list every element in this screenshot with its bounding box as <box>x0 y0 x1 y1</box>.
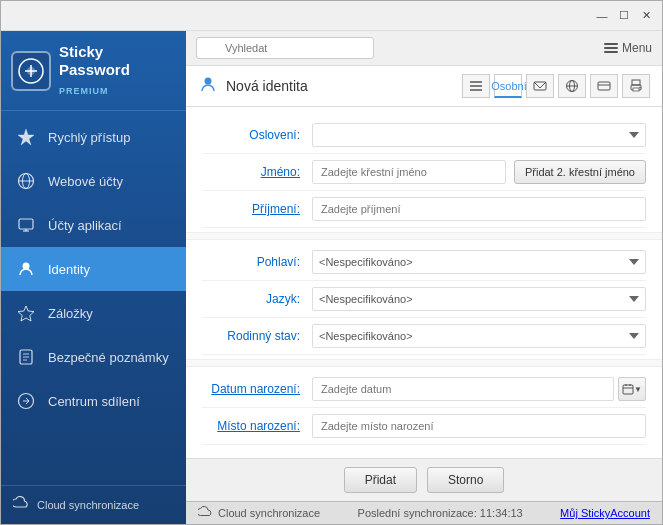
close-button[interactable]: ✕ <box>638 8 654 24</box>
form-row-prijmeni: Příjmení: <box>202 191 646 228</box>
label-rodinny-stav: Rodinný stav: <box>202 329 312 343</box>
identity-icon <box>16 259 36 279</box>
control-rodinny-stav: <Nespecifikováno> <box>312 324 646 348</box>
page-header: Nová identita <box>186 66 662 107</box>
svg-point-16 <box>205 78 212 85</box>
sidebar-item-quick-access[interactable]: Rychlý přístup <box>1 115 186 159</box>
app-accounts-icon <box>16 215 36 235</box>
cloud-sync-icon <box>13 496 29 514</box>
add-button[interactable]: Přidat <box>344 467 417 493</box>
control-pohlavi: <Nespecifikováno> <box>312 250 646 274</box>
tab-card[interactable] <box>590 74 618 98</box>
form-row-rodinny-stav: Rodinný stav: <Nespecifikováno> <box>202 318 646 355</box>
tab-personal-label: Osobní <box>491 80 526 92</box>
my-sticky-account-link[interactable]: Můj StickyAccount <box>560 507 650 519</box>
form-row-pohlavi: Pohlaví: <Nespecifikováno> <box>202 244 646 281</box>
logo-text: StickyPassword PREMIUM <box>59 43 130 98</box>
svg-point-30 <box>639 87 641 89</box>
control-misto-narozeni <box>312 414 646 438</box>
control-jmeno: Přidat 2. křestní jméno <box>312 160 646 184</box>
svg-rect-6 <box>19 219 33 229</box>
select-jazyk[interactable]: <Nespecifikováno> <box>312 287 646 311</box>
sidebar-item-web-accounts[interactable]: Webové účty <box>1 159 186 203</box>
input-datum-narozeni[interactable] <box>312 377 614 401</box>
web-accounts-icon <box>16 171 36 191</box>
sidebar-item-app-accounts[interactable]: Účty aplikací <box>1 203 186 247</box>
logo-subtitle: PREMIUM <box>59 86 109 96</box>
svg-marker-10 <box>18 306 34 321</box>
date-picker-button[interactable]: ▼ <box>618 377 646 401</box>
sidebar-item-label-bookmarks: Záložky <box>48 306 93 321</box>
form-row-osloven: Oslovení: <box>202 117 646 154</box>
minimize-button[interactable]: — <box>594 8 610 24</box>
right-panel: 🔍 Menu <box>186 31 662 524</box>
select-osloven[interactable] <box>312 123 646 147</box>
tab-web[interactable] <box>558 74 586 98</box>
sidebar-item-sharing[interactable]: Centrum sdílení <box>1 379 186 423</box>
form-separator-1 <box>186 232 662 240</box>
status-left: Cloud synchronizace <box>198 506 320 520</box>
sidebar: StickyPassword PREMIUM Rychlý přístup <box>1 31 186 524</box>
secure-notes-icon <box>16 347 36 367</box>
select-rodinny-stav[interactable]: <Nespecifikováno> <box>312 324 646 348</box>
tab-list[interactable] <box>462 74 490 98</box>
label-misto-narozeni: Místo narození: <box>202 419 312 433</box>
input-misto-narozeni[interactable] <box>312 414 646 438</box>
control-jazyk: <Nespecifikováno> <box>312 287 646 311</box>
date-dropdown-arrow: ▼ <box>634 385 642 394</box>
form-row-datum-narozeni: Datum narození: ▼ <box>202 371 646 408</box>
label-osloven: Oslovení: <box>202 128 312 142</box>
page-title: Nová identita <box>226 78 308 94</box>
cloud-status-icon <box>198 506 212 520</box>
svg-rect-29 <box>633 88 639 91</box>
input-prijmeni[interactable] <box>312 197 646 221</box>
form-row-jazyk: Jazyk: <Nespecifikováno> <box>202 281 646 318</box>
date-wrap: ▼ <box>312 377 646 401</box>
sidebar-footer[interactable]: Cloud synchronizace <box>1 485 186 524</box>
form-footer: Přidat Storno <box>186 458 662 501</box>
label-jmeno: Jméno: <box>202 165 312 179</box>
svg-point-1 <box>27 67 35 75</box>
content-top: 🔍 Menu <box>186 31 662 66</box>
sidebar-logo: StickyPassword PREMIUM <box>1 31 186 111</box>
sidebar-item-label-quick-access: Rychlý přístup <box>48 130 130 145</box>
title-bar-controls: — ☐ ✕ <box>594 8 654 24</box>
tab-email[interactable] <box>526 74 554 98</box>
select-pohlavi[interactable]: <Nespecifikováno> <box>312 250 646 274</box>
sidebar-item-label-web-accounts: Webové účty <box>48 174 123 189</box>
tab-print[interactable] <box>622 74 650 98</box>
top-search-wrap: 🔍 <box>196 37 594 59</box>
identity-page-icon <box>198 74 218 98</box>
search-input[interactable] <box>196 37 374 59</box>
svg-rect-27 <box>632 80 640 85</box>
add-second-name-button[interactable]: Přidat 2. křestní jméno <box>514 160 646 184</box>
tab-personal[interactable]: Osobní <box>494 74 522 98</box>
bookmarks-icon <box>16 303 36 323</box>
page-title-area: Nová identita <box>198 74 308 98</box>
maximize-button[interactable]: ☐ <box>616 8 632 24</box>
svg-rect-31 <box>623 385 633 394</box>
form-separator-2 <box>186 359 662 367</box>
svg-marker-2 <box>18 129 34 145</box>
quick-access-icon <box>16 127 36 147</box>
input-jmeno[interactable] <box>312 160 506 184</box>
nav-items: Rychlý přístup Webové účty <box>1 111 186 485</box>
svg-rect-25 <box>598 82 610 90</box>
label-pohlavi: Pohlaví: <box>202 255 312 269</box>
logo-title: StickyPassword <box>59 43 130 79</box>
cloud-sync-status-label: Cloud synchronizace <box>218 507 320 519</box>
sidebar-item-secure-notes[interactable]: Bezpečné poznámky <box>1 335 186 379</box>
menu-label: Menu <box>622 41 652 55</box>
label-prijmeni: Příjmení: <box>202 202 312 216</box>
label-jazyk: Jazyk: <box>202 292 312 306</box>
form-row-misto-narozeni: Místo narození: <box>202 408 646 445</box>
menu-button[interactable]: Menu <box>604 41 652 55</box>
cloud-sync-label: Cloud synchronizace <box>37 499 139 511</box>
sidebar-item-bookmarks[interactable]: Záložky <box>1 291 186 335</box>
form-row-jmeno: Jméno: Přidat 2. křestní jméno <box>202 154 646 191</box>
cancel-button[interactable]: Storno <box>427 467 504 493</box>
menu-icon <box>604 43 618 53</box>
sidebar-item-label-app-accounts: Účty aplikací <box>48 218 122 233</box>
sidebar-item-identity[interactable]: Identity <box>1 247 186 291</box>
sidebar-item-label-secure-notes: Bezpečné poznámky <box>48 350 169 365</box>
